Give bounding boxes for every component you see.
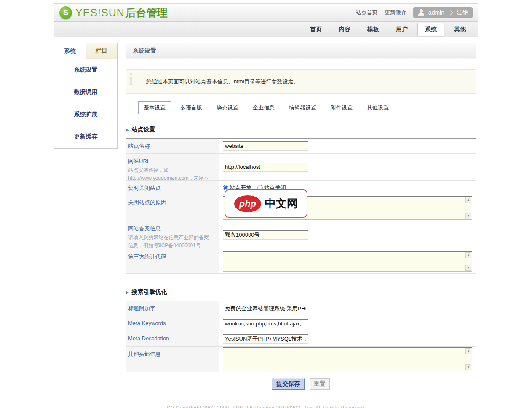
sidebar-tab-category[interactable]: 栏目 [86, 43, 117, 59]
refresh-cache-link[interactable]: 更新缓存 [385, 9, 406, 16]
table-row: 网站备案信息 请输入您的网站在信息产业部的备案信息，例如:鄂ICP备040000… [126, 221, 476, 249]
field-label: 第三方统计代码 [128, 253, 214, 261]
field-label: 网站URL [128, 157, 214, 165]
reset-button[interactable]: 重置 [310, 378, 330, 390]
section-arrow-icon: ▶ [126, 127, 129, 132]
user-icon [417, 9, 425, 16]
table-row: 第三方统计代码 ▲ ▼ [126, 249, 476, 274]
form-actions: 提交保存 重置 [126, 378, 476, 390]
scroll-up-icon[interactable]: ▲ [465, 197, 471, 203]
field-hint: 请输入您的网站在信息产业部的备案信息，例如:鄂ICP备04000001号 [128, 234, 214, 249]
scrollbar[interactable]: ▲ ▼ [465, 197, 472, 219]
section-seo: ▶搜索引擎优化 [126, 288, 476, 296]
section-arrow-icon: ▶ [126, 290, 129, 295]
tab-attachment-settings[interactable]: 附件设置 [326, 102, 358, 114]
info-icon: i [128, 69, 134, 89]
meta-keywords-input[interactable] [223, 319, 308, 328]
sidebar: 系统 栏目 系统设置 数据调用 系统扩展 更新缓存 [54, 43, 118, 149]
icp-record-input[interactable] [223, 230, 308, 240]
field-label: 其他头部信息 [128, 350, 214, 358]
site-name-input[interactable] [223, 141, 308, 151]
scroll-down-icon[interactable]: ▼ [465, 265, 471, 271]
info-text: 您通过本页面可以对站点基本信息、html目录等进行参数设定。 [146, 78, 299, 85]
meta-description-input[interactable] [223, 334, 308, 344]
nav-item-template[interactable]: 模板 [360, 23, 386, 36]
title-suffix-input[interactable] [223, 304, 308, 313]
nav-item-other[interactable]: 其他 [447, 23, 473, 36]
tab-static-settings[interactable]: 静态设置 [211, 102, 243, 114]
table-row: 标题附加字 [126, 301, 476, 316]
scrollbar[interactable]: ▲ ▼ [465, 348, 472, 371]
tab-multilanguage[interactable]: 多语言版 [175, 102, 207, 114]
seo-settings-table: 标题附加字 Meta Keywords Meta Description [126, 301, 476, 372]
field-label: 标题附加字 [128, 305, 214, 312]
username: admin [428, 9, 444, 16]
scroll-down-icon[interactable]: ▼ [465, 213, 471, 219]
main-nav: 首页 内容 模板 用户 系统 其他 [54, 22, 478, 37]
logout-button[interactable]: 注销 [457, 9, 468, 16]
table-row: 其他头部信息 ▲ ▼ [126, 347, 476, 372]
tab-company-info[interactable]: 企业信息 [248, 102, 280, 114]
sidebar-item-refresh-cache[interactable]: 更新缓存 [54, 126, 117, 148]
stats-code-textarea[interactable]: ▲ ▼ [223, 251, 472, 272]
chevron-right-icon [448, 10, 453, 16]
scroll-up-icon[interactable]: ▲ [465, 348, 471, 354]
site-url-input[interactable] [223, 163, 308, 172]
sidebar-item-system-extend[interactable]: 系统扩展 [54, 104, 117, 126]
sidebar-item-data-call[interactable]: 数据调用 [54, 81, 117, 104]
settings-tabs: 基本设置 多语言版 静态设置 企业信息 编辑器设置 附件设置 其他设置 [126, 102, 476, 114]
logo-icon: S [59, 6, 72, 19]
section-site-settings: ▶站点设置 [126, 126, 476, 133]
php-logo-icon: php [234, 195, 261, 212]
header: S YES!SUN 后台管理 站点首页 更新缓存 admin 注销 [54, 3, 478, 22]
logo-title-en: YES!SUN [75, 7, 125, 19]
table-row: 站点名称 [126, 139, 476, 154]
site-home-link[interactable]: 站点首页 [356, 9, 378, 16]
nav-item-home[interactable]: 首页 [303, 23, 329, 36]
watermark-text: 中文网 [265, 196, 298, 211]
nav-item-content[interactable]: 内容 [331, 23, 358, 36]
field-label: Meta Description [128, 335, 214, 341]
nav-item-user[interactable]: 用户 [389, 23, 415, 36]
php-cn-watermark: php 中文网 [225, 189, 307, 218]
field-label: 关闭站点的原因 [128, 199, 214, 206]
tab-editor-settings[interactable]: 编辑器设置 [284, 102, 321, 114]
logo-title-cn: 后台管理 [126, 6, 168, 20]
sidebar-tab-system[interactable]: 系统 [54, 43, 86, 59]
field-label: Meta Keywords [128, 320, 214, 326]
page-title: 系统设置 [126, 43, 476, 58]
table-row: Meta Description [126, 331, 476, 347]
tab-basic-settings[interactable]: 基本设置 [138, 101, 171, 114]
table-row: Meta Keywords [126, 316, 476, 331]
tab-other-settings[interactable]: 其他设置 [362, 102, 394, 114]
copyright-footer: (C) CopyRight 2002-2009, SUN 3.5 Release… [54, 405, 478, 408]
submit-save-button[interactable]: 提交保存 [272, 378, 305, 390]
user-badge[interactable]: admin 注销 [413, 7, 473, 18]
info-box: i 您通过本页面可以对站点基本信息、html目录等进行参数设定。 [126, 69, 476, 94]
scroll-up-icon[interactable]: ▲ [465, 252, 471, 258]
nav-item-system[interactable]: 系统 [417, 23, 444, 36]
table-row: 网站URL 站点安装路径，如 http://www.youdomain.com，… [126, 154, 476, 181]
sidebar-item-system-settings[interactable]: 系统设置 [54, 59, 117, 81]
field-label: 站点名称 [128, 142, 214, 150]
field-label: 网站备案信息 [128, 225, 214, 232]
field-label: 暂时关闭站点 [128, 184, 214, 192]
scroll-down-icon[interactable]: ▼ [465, 364, 471, 370]
scrollbar[interactable]: ▲ ▼ [465, 252, 472, 271]
extra-head-textarea[interactable]: ▲ ▼ [223, 347, 472, 371]
